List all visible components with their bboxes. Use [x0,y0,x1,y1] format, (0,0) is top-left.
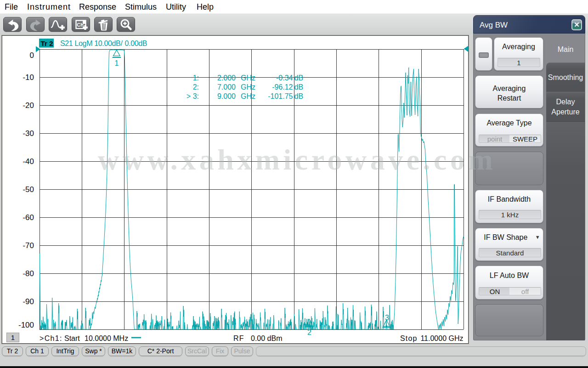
svg-text:Ch: Ch [77,22,84,28]
